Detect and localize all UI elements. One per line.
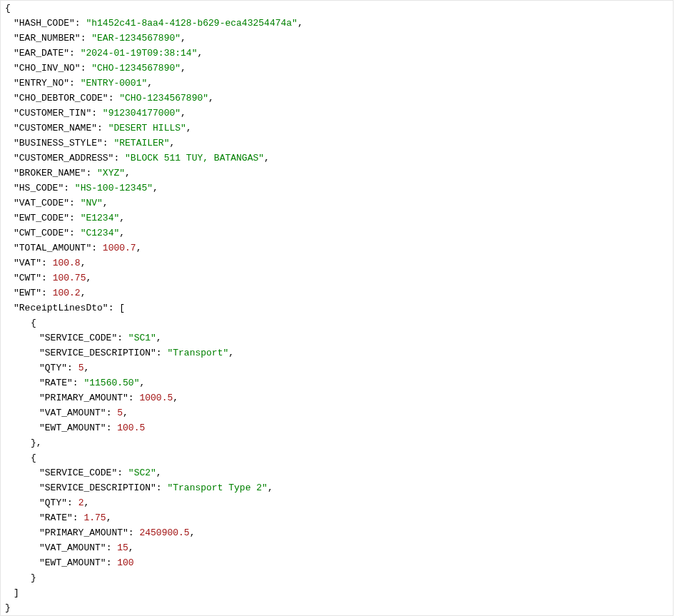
code-line: "EWT_CODE": "E1234", <box>1 211 673 226</box>
code-line: "EWT_AMOUNT": 100.5 <box>1 420 673 435</box>
json-value: "h1452c41-8aa4-4128-b629-eca43254474a" <box>86 18 297 29</box>
json-value: "CHO-1234567890" <box>119 93 208 103</box>
json-key: "EAR_DATE" <box>14 48 69 59</box>
json-value: "XYZ" <box>97 168 125 178</box>
json-value: "SC1" <box>128 333 156 343</box>
code-line: { <box>1 450 673 465</box>
json-key: "EWT" <box>14 288 41 298</box>
json-value: 15 <box>117 542 128 553</box>
code-line: "RATE": "11560.50", <box>1 375 673 390</box>
code-line: { <box>1 1 673 16</box>
code-line: "VAT_CODE": "NV", <box>1 196 673 211</box>
json-value: "NV" <box>81 198 103 208</box>
json-value: "SC2" <box>128 468 156 478</box>
code-line: "ENTRY_NO": "ENTRY-0001", <box>1 76 673 91</box>
json-value: "HS-100-12345" <box>75 183 153 193</box>
json-value: "BLOCK 511 TUY, BATANGAS" <box>125 153 264 163</box>
brace-open: { <box>31 453 36 463</box>
code-line: ] <box>1 585 673 600</box>
json-value: "CHO-1234567890" <box>91 63 181 74</box>
json-value: 100.2 <box>53 288 81 298</box>
brace-open: { <box>31 318 36 328</box>
code-line: "PRIMARY_AMOUNT": 1000.5, <box>1 390 673 405</box>
json-key: "EWT_AMOUNT" <box>39 557 106 568</box>
brace-close: } <box>31 438 36 448</box>
code-line: } <box>1 570 673 585</box>
json-value: 2450900.5 <box>139 527 189 538</box>
json-key: "SERVICE_DESCRIPTION" <box>39 348 156 358</box>
code-line: "EAR_DATE": "2024-01-19T09:38:14", <box>1 46 673 61</box>
code-line: "EWT_AMOUNT": 100 <box>1 555 673 570</box>
code-line: "HASH_CODE": "h1452c41-8aa4-4128-b629-ec… <box>1 16 673 31</box>
brace-close: } <box>1 600 673 615</box>
json-key: "EAR_NUMBER" <box>14 33 81 44</box>
code-line: "EWT": 100.2, <box>1 286 673 301</box>
code-line: "CUSTOMER_ADDRESS": "BLOCK 511 TUY, BATA… <box>1 151 673 166</box>
code-line: "VAT": 100.8, <box>1 256 673 271</box>
code-line: }, <box>1 435 673 450</box>
code-line: "BROKER_NAME": "XYZ", <box>1 166 673 181</box>
code-line: "HS_CODE": "HS-100-12345", <box>1 181 673 196</box>
code-line: "QTY": 2, <box>1 495 673 510</box>
json-value: 1000.5 <box>139 393 173 403</box>
json-key: "CUSTOMER_ADDRESS" <box>14 153 113 163</box>
json-key: "CUSTOMER_TIN" <box>14 108 91 118</box>
json-key: "SERVICE_CODE" <box>39 333 117 343</box>
json-key: "VAT_CODE" <box>14 198 69 208</box>
code-line: "CWT": 100.75, <box>1 271 673 286</box>
json-key: "HASH_CODE" <box>14 18 75 29</box>
json-key: "BROKER_NAME" <box>14 168 86 178</box>
json-key: "CHO_DEBTOR_CODE" <box>14 93 108 103</box>
json-key: "ENTRY_NO" <box>14 78 69 89</box>
json-value: "912304177000" <box>103 108 181 118</box>
bracket-close: ] <box>14 587 19 598</box>
code-line: "SERVICE_CODE": "SC1", <box>1 330 673 345</box>
json-key: "CWT" <box>14 273 41 283</box>
json-key: "RATE" <box>39 513 73 523</box>
code-line: "ReceiptLinesDto": [ <box>1 301 673 315</box>
code-line: "BUSINESS_STYLE": "RETAILER", <box>1 136 673 151</box>
json-value: "Transport Type 2" <box>167 483 267 493</box>
json-key: "BUSINESS_STYLE" <box>14 138 103 148</box>
json-key: "PRIMARY_AMOUNT" <box>39 393 128 403</box>
code-line: { <box>1 315 673 330</box>
json-value: "2024-01-19T09:38:14" <box>81 48 198 59</box>
code-line: "SERVICE_DESCRIPTION": "Transport", <box>1 345 673 360</box>
json-value: 1.75 <box>83 513 106 523</box>
code-line: "SERVICE_DESCRIPTION": "Transport Type 2… <box>1 480 673 495</box>
code-line: } <box>1 600 673 615</box>
code-line: "RATE": 1.75, <box>1 510 673 525</box>
json-key: "QTY" <box>39 363 67 373</box>
json-value: "DESERT HILLS" <box>108 123 186 133</box>
json-key: "EWT_CODE" <box>14 213 69 223</box>
json-key: "ReceiptLinesDto" <box>14 303 108 313</box>
code-line: "CUSTOMER_NAME": "DESERT HILLS", <box>1 121 673 136</box>
json-value: "RETAILER" <box>113 138 169 148</box>
json-value: 1000.7 <box>103 243 136 253</box>
code-line: "CHO_INV_NO": "CHO-1234567890", <box>1 61 673 76</box>
json-key: "PRIMARY_AMOUNT" <box>39 527 128 538</box>
brace-open: { <box>1 1 673 16</box>
json-value: 100.75 <box>53 273 86 283</box>
json-key: "TOTAL_AMOUNT" <box>14 243 91 253</box>
brace-close: } <box>31 572 36 583</box>
json-key: "CUSTOMER_NAME" <box>14 123 97 133</box>
json-code-block: { "HASH_CODE": "h1452c41-8aa4-4128-b629-… <box>0 0 674 616</box>
json-value: 5 <box>117 408 123 418</box>
code-line: "EAR_NUMBER": "EAR-1234567890", <box>1 31 673 46</box>
json-value: "ENTRY-0001" <box>81 78 148 89</box>
json-key: "SERVICE_DESCRIPTION" <box>39 483 156 493</box>
bracket-open: [ <box>119 303 125 313</box>
json-value: 100.8 <box>53 258 81 268</box>
json-key: "RATE" <box>39 378 73 388</box>
json-key: "SERVICE_CODE" <box>39 468 117 478</box>
code-line: "SERVICE_CODE": "SC2", <box>1 465 673 480</box>
json-key: "QTY" <box>39 498 67 508</box>
json-value: "C1234" <box>81 228 120 238</box>
json-key: "CHO_INV_NO" <box>14 63 81 74</box>
json-key: "VAT_AMOUNT" <box>39 408 106 418</box>
json-value: "11560.50" <box>83 378 139 388</box>
code-line: "TOTAL_AMOUNT": 1000.7, <box>1 241 673 256</box>
json-key: "VAT_AMOUNT" <box>39 542 106 553</box>
json-key: "CWT_CODE" <box>14 228 69 238</box>
